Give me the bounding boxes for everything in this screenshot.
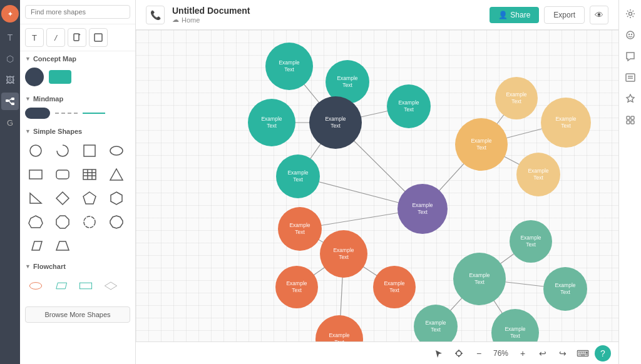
table-shape[interactable] <box>79 164 100 185</box>
sidebar-icon-image[interactable]: 🖼 <box>1 71 19 89</box>
heptagon-shape[interactable] <box>25 211 46 233</box>
flowchart-diamond[interactable] <box>100 275 121 296</box>
svg-point-96 <box>456 351 461 356</box>
diagram-node[interactable]: ExampleText <box>510 220 552 263</box>
rect-tool[interactable] <box>89 28 108 47</box>
crosshair-tool[interactable] <box>451 345 467 361</box>
octagon-shape[interactable] <box>52 211 73 233</box>
svg-text:✦: ✦ <box>8 11 13 18</box>
diagram-node[interactable]: ExampleText <box>491 309 539 341</box>
diagram-node[interactable]: ExampleText <box>397 184 448 234</box>
flowchart-oval[interactable] <box>25 275 46 296</box>
concept-circle-shape[interactable] <box>25 68 44 86</box>
rect-shape[interactable] <box>25 164 46 185</box>
decagon-shape[interactable] <box>106 211 127 233</box>
app-logo[interactable]: ✦ <box>1 5 19 23</box>
pentagon-shape[interactable] <box>79 188 100 209</box>
help-button[interactable]: ? <box>595 345 611 361</box>
svg-point-104 <box>631 34 632 35</box>
zoom-out-button[interactable]: − <box>471 345 487 361</box>
page-tool[interactable] <box>68 28 86 47</box>
mindmap-solid-line[interactable] <box>83 113 105 114</box>
nonagon-shape[interactable] <box>79 211 100 233</box>
diagram-node[interactable]: ExampleText <box>265 43 313 90</box>
concept-map-shapes <box>20 65 135 91</box>
svg-rect-110 <box>627 121 630 124</box>
mindmap-dashed-line[interactable] <box>55 113 78 114</box>
sidebar-icon-google[interactable]: G <box>1 114 19 131</box>
diagram-node[interactable]: ExampleText <box>276 154 320 198</box>
diagram-node[interactable]: ExampleText <box>541 98 591 148</box>
flowchart-parallelogram[interactable] <box>50 275 71 296</box>
search-input[interactable] <box>25 5 130 19</box>
mindmap-label: Mindmap <box>33 95 63 103</box>
diagram-node[interactable]: ExampleText <box>248 99 295 146</box>
diagram-node[interactable]: ExampleText <box>278 207 322 251</box>
undo-button[interactable]: ↩ <box>535 345 551 361</box>
rounded-rect-shape[interactable] <box>52 164 73 185</box>
canvas-area[interactable]: ExampleTextExampleTextExampleTextExample… <box>136 30 618 341</box>
right-puzzle-icon[interactable] <box>622 111 639 129</box>
preview-button[interactable]: 👁 <box>590 6 608 24</box>
concept-rect-shape[interactable] <box>49 70 71 84</box>
trapezoid-shape[interactable] <box>52 235 73 256</box>
flowchart-shapes <box>20 273 135 301</box>
diagram-node[interactable]: ExampleText <box>387 84 431 128</box>
diagram-node[interactable]: ExampleText <box>320 230 367 278</box>
right-triangle-shape[interactable] <box>25 188 46 209</box>
diagram-node[interactable]: ExampleText <box>543 267 587 311</box>
zoom-in-button[interactable]: + <box>515 345 531 361</box>
circle-shape[interactable] <box>25 140 46 161</box>
square-shape[interactable] <box>79 140 100 161</box>
simple-shapes-header[interactable]: ▼ Simple Shapes <box>20 124 135 138</box>
share-button[interactable]: 👤 Share <box>490 7 539 23</box>
diagram-node[interactable]: ExampleText <box>315 315 363 341</box>
diagram-node[interactable]: ExampleText <box>275 266 318 308</box>
flowchart-header[interactable]: ▼ Flowchart <box>20 259 135 273</box>
diagram-node[interactable]: ExampleText <box>455 118 508 171</box>
right-chat-icon[interactable] <box>622 48 639 65</box>
oval-shape[interactable] <box>106 140 127 161</box>
diagram-node[interactable]: ExampleText <box>373 266 416 308</box>
nodes-group[interactable]: ExampleTextExampleTextExampleTextExample… <box>248 43 591 341</box>
right-pin-icon[interactable] <box>622 90 639 108</box>
right-emoji-icon[interactable] <box>622 26 639 44</box>
svg-rect-7 <box>74 34 79 41</box>
svg-rect-108 <box>627 116 630 119</box>
diagram-node[interactable]: ExampleText <box>516 153 560 196</box>
document-title[interactable]: Untitled Document <box>172 6 482 16</box>
triangle-shape[interactable] <box>106 164 127 185</box>
keyboard-button[interactable]: ⌨ <box>575 345 591 361</box>
diagram-node[interactable]: ExampleText <box>495 77 538 119</box>
svg-rect-10 <box>84 145 95 156</box>
right-settings-icon[interactable] <box>622 5 639 23</box>
diagram-node[interactable]: ExampleText <box>309 96 362 149</box>
diagram-node[interactable]: ExampleText <box>453 253 506 305</box>
concept-map-header[interactable]: ▼ Concept Map <box>20 51 135 65</box>
mindmap-pill-shape[interactable] <box>25 108 50 119</box>
text-tool[interactable]: T <box>25 28 44 47</box>
hexagon-shape[interactable] <box>106 188 127 209</box>
cursor-tool[interactable] <box>431 345 447 361</box>
svg-marker-20 <box>30 193 41 203</box>
svg-point-11 <box>110 146 123 155</box>
home-link[interactable]: ☁ Home <box>172 16 482 24</box>
diamond-shape[interactable] <box>52 188 73 209</box>
sidebar-icon-text[interactable]: T <box>1 29 19 46</box>
sidebar-icon-diagram[interactable] <box>1 93 19 110</box>
browse-more-button[interactable]: Browse More Shapes <box>25 306 130 323</box>
mindmap-header[interactable]: ▼ Mindmap <box>20 91 135 105</box>
parallelogram-shape[interactable] <box>25 235 46 256</box>
redo-button[interactable]: ↪ <box>555 345 571 361</box>
flowchart-rect[interactable] <box>75 275 96 296</box>
phone-icon[interactable]: 📞 <box>146 6 165 24</box>
sidebar-icon-shapes[interactable]: ⬡ <box>1 50 19 68</box>
svg-marker-25 <box>56 216 69 228</box>
line-tool[interactable]: / <box>46 28 65 47</box>
right-list-icon[interactable] <box>622 69 639 86</box>
chevron-down-icon: ▼ <box>25 96 31 102</box>
partial-circle-shape[interactable] <box>52 140 73 161</box>
top-bar: 📞 Untitled Document ☁ Home 👤 Share Expor… <box>136 0 618 30</box>
chevron-down-icon: ▼ <box>25 56 31 62</box>
export-button[interactable]: Export <box>544 6 585 24</box>
